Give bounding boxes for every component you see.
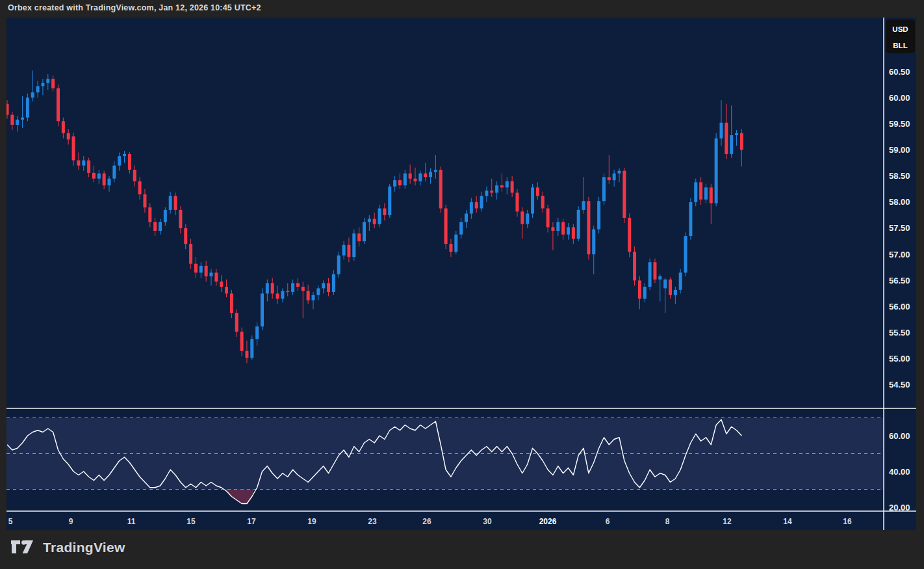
candle [658,276,661,280]
oscillator-tick-label: 60.00 [889,431,910,441]
candle [296,283,300,287]
time-tick-label: 30 [483,517,492,526]
time-axis[interactable]: 5911151719232630202668121416 [8,517,852,526]
price-tick-label: 57.50 [889,223,910,233]
price-tick-label: 58.00 [889,197,910,207]
price-tick-label: 56.50 [889,276,910,285]
candle [531,187,534,213]
candle [316,288,320,295]
price-tick-label: 57.00 [889,250,910,259]
candle [704,187,708,199]
candle [31,92,34,98]
candle [184,228,187,244]
candle [26,98,29,118]
candle [434,170,437,172]
candle [327,283,330,292]
candle [480,196,483,208]
candle [112,166,116,179]
candle [490,191,493,192]
candle [62,121,65,133]
candle [97,174,101,179]
price-tick-label: 60.00 [889,93,910,103]
time-tick-label: 6 [606,517,610,526]
price-tick-label: 54.50 [889,380,910,390]
price-tick-label: 55.00 [889,354,910,364]
candle [220,282,223,287]
candle [108,179,111,185]
candle [352,233,355,257]
candle [556,222,559,231]
symbol-badge[interactable]: USDBLL [886,20,915,53]
price-tick-label: 60.50 [889,67,910,77]
footer: TradingView [10,538,125,557]
candle [561,222,565,234]
candle [511,181,514,193]
candle [235,313,238,332]
candle [337,256,340,274]
price-tick-label: 58.50 [889,171,910,181]
candle [418,174,422,181]
candle [715,139,718,204]
footer-brand: TradingView [43,540,125,555]
time-tick-label: 14 [783,517,792,526]
candle [495,185,498,192]
candle [67,133,70,140]
candle [302,287,305,291]
time-tick-label: 19 [307,517,316,526]
candle [582,201,585,210]
candle [725,123,728,154]
candle [663,280,667,289]
candle [740,133,743,150]
candle [189,244,192,264]
time-axis-bg[interactable] [6,511,916,530]
candle [648,262,652,287]
candle [520,211,524,224]
candle [250,339,253,358]
oscillator-tick-label: 20.00 [889,503,910,512]
candle [92,173,96,179]
price-pane-bg [6,18,916,408]
time-tick-label: 9 [69,517,73,526]
price-tick-label: 56.00 [889,302,910,311]
candle [199,266,203,272]
candle [36,86,40,92]
candle [357,233,361,241]
candle [153,222,157,231]
candle [21,118,24,120]
candle [633,252,636,280]
candle [459,222,463,234]
candle [475,202,478,209]
candle [613,174,616,180]
chart-window: Orbex created with TradingView.com, Jan … [0,0,924,569]
candle [368,219,371,222]
candle [87,161,90,173]
candle [164,210,167,222]
candle [10,115,14,125]
candle [16,120,19,125]
candle [240,332,244,351]
tradingview-logo[interactable] [10,538,36,557]
candle [414,179,417,181]
candle [439,170,443,208]
time-tick-label: 17 [247,517,256,526]
candle [465,214,468,222]
candle [454,235,457,252]
chart-canvas[interactable]: 60.5060.0059.5059.0058.5058.0057.5057.00… [0,0,924,569]
candle [730,135,733,154]
candle [577,210,580,239]
time-tick-label: 16 [843,517,852,526]
candle [643,287,647,298]
candle [286,291,289,292]
candle [546,208,550,227]
candle [103,174,106,185]
candle [689,202,692,236]
time-tick-label: 5 [8,517,13,526]
candle [214,272,218,282]
time-tick-label: 12 [723,517,732,526]
candle [684,236,687,272]
time-tick-label: 8 [665,517,670,526]
candle [205,266,208,276]
candle [388,187,391,215]
candle [622,171,626,218]
candle [143,194,146,207]
